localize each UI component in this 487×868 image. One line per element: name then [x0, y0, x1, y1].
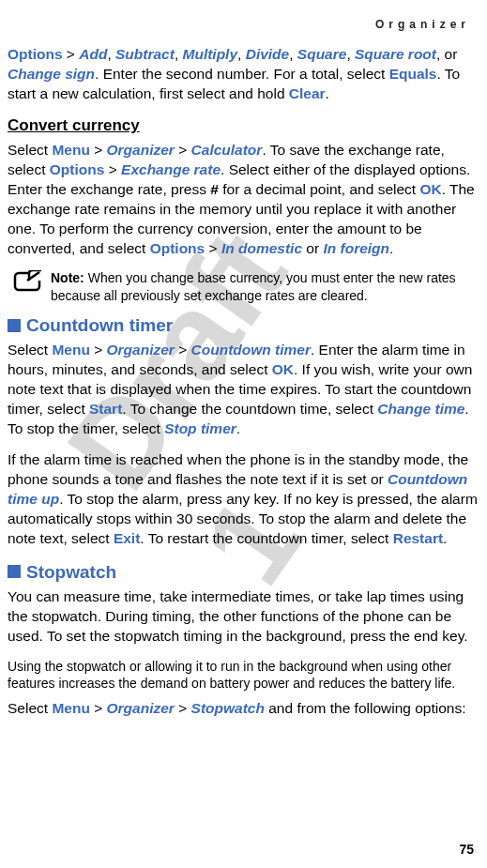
note-body: When you change base currency, you must … [51, 270, 456, 302]
in-domestic-label: In domestic [221, 240, 302, 256]
countdown-paragraph-1: Select Menu > Organizer > Countdown time… [8, 341, 478, 439]
text: > [63, 46, 80, 62]
text: > [104, 161, 121, 177]
square-bullet-icon [8, 565, 21, 578]
heading-text: Stopwatch [26, 560, 116, 585]
text: . To restart the countdown timer, select [140, 530, 392, 546]
text: . [389, 240, 393, 256]
calculator-label: Calculator [191, 142, 263, 158]
clear-label: Clear [289, 85, 326, 101]
options-label: Options [8, 46, 63, 62]
menu-label: Menu [52, 700, 89, 716]
text: , [289, 46, 297, 62]
text: > [175, 142, 191, 158]
ok-label: OK [272, 361, 294, 377]
text: . [443, 530, 447, 546]
convert-currency-heading: Convert currency [8, 115, 478, 137]
text: , or [436, 46, 457, 62]
countdown-timer-label: Countdown timer [191, 342, 311, 358]
square-label: Square [297, 46, 347, 62]
exit-label: Exit [114, 530, 140, 546]
convert-paragraph: Select Menu > Organizer > Calculator. To… [8, 141, 478, 259]
text: or [302, 240, 323, 256]
text: > [175, 700, 191, 716]
text: > [205, 240, 221, 256]
stopwatch-heading: Stopwatch [8, 560, 478, 585]
stopwatch-label: Stopwatch [191, 700, 265, 716]
note-label: Note: [51, 270, 84, 285]
intro-paragraph: Options > Add, Subtract, Multiply, Divid… [8, 45, 478, 104]
restart-label: Restart [393, 530, 443, 546]
organizer-label: Organizer [107, 142, 175, 158]
options-label: Options [50, 161, 105, 177]
organizer-label: Organizer [107, 342, 175, 358]
stop-timer-label: Stop timer [164, 420, 236, 436]
text: , [346, 46, 355, 62]
in-foreign-label: In foreign [323, 240, 389, 256]
text: for a decimal point, and select [219, 181, 420, 197]
text: . [236, 420, 240, 436]
start-label: Start [89, 401, 122, 417]
text: Select [8, 700, 52, 716]
hash-key: # [210, 181, 219, 197]
text: . [326, 85, 329, 101]
page-content: Organizer Options > Add, Subtract, Multi… [8, 17, 478, 719]
note-text: Note: When you change base currency, you… [51, 269, 478, 303]
page-header: Organizer [8, 17, 478, 32]
text: , [107, 46, 115, 62]
note-block: Note: When you change base currency, you… [13, 269, 478, 303]
text: Select [8, 342, 52, 358]
ok-label: OK [419, 181, 441, 197]
countdown-timer-heading: Countdown timer [8, 313, 478, 338]
stopwatch-paragraph-1: You can measure time, take intermediate … [8, 587, 478, 647]
text: . Enter the second number. For a total, … [95, 66, 389, 82]
text: Select [8, 142, 52, 158]
menu-label: Menu [52, 142, 89, 158]
countdown-paragraph-2: If the alarm time is reached when the ph… [8, 450, 478, 549]
text: and from the following options: [265, 700, 466, 716]
text: . To change the countdown time, select [122, 401, 377, 417]
note-icon [13, 270, 41, 297]
stopwatch-paragraph-2: Using the stopwatch or allowing it to ru… [8, 658, 478, 692]
text: , [175, 46, 183, 62]
text: > [90, 342, 107, 358]
exchange-rate-label: Exchange rate [121, 161, 221, 177]
text: > [175, 342, 191, 358]
change-sign-label: Change sign [8, 66, 95, 82]
heading-text: Countdown timer [26, 313, 173, 338]
text: > [90, 700, 107, 716]
change-time-label: Change time [377, 401, 464, 417]
multiply-label: Multiply [183, 46, 238, 62]
text: > [90, 142, 107, 158]
divide-label: Divide [246, 46, 290, 62]
stopwatch-paragraph-3: Select Menu > Organizer > Stopwatch and … [8, 699, 478, 719]
square-root-label: Square root [355, 46, 436, 62]
square-bullet-icon [8, 319, 21, 332]
menu-label: Menu [52, 342, 89, 358]
text: , [237, 46, 246, 62]
equals-label: Equals [389, 66, 437, 82]
organizer-label: Organizer [107, 700, 175, 716]
add-label: Add [79, 46, 107, 62]
subtract-label: Subtract [115, 46, 175, 62]
options-label: Options [150, 240, 205, 256]
page-number: 75 [459, 841, 474, 859]
